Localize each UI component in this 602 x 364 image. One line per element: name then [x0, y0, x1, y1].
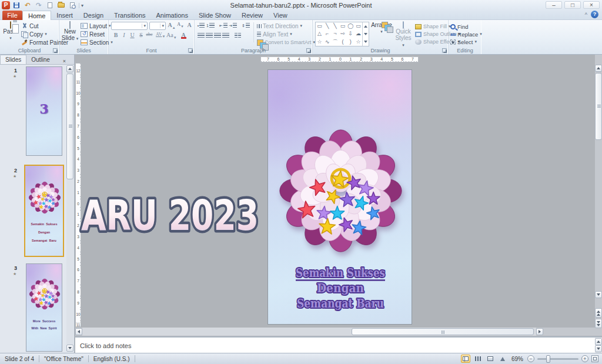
shape-glyph[interactable]: ╲ [323, 22, 331, 30]
zoom-slider[interactable] [537, 358, 578, 360]
select-button[interactable]: Select▾ [450, 38, 477, 46]
undo-button[interactable]: ↶ [23, 1, 32, 10]
cut-button[interactable]: Cut [21, 22, 39, 30]
minimize-ribbon-button[interactable]: ^ [585, 12, 587, 18]
section-button[interactable]: Section▾ [81, 38, 113, 46]
close-panel-icon[interactable]: × [63, 58, 66, 64]
tab-design[interactable]: Design [78, 11, 109, 20]
reading-view-button[interactable] [486, 355, 495, 363]
slides-tab[interactable]: Slides [0, 55, 26, 64]
arrange-button[interactable]: Arrange▾ [370, 22, 393, 35]
slideshow-view-button[interactable] [498, 355, 507, 363]
shapes-gallery[interactable]: ▭╲╲▭◯▭△⌐¬⇨⇩☁☆∿⌒()☆ [315, 22, 369, 46]
strikethrough-button[interactable]: S [137, 32, 145, 40]
notes-scroll-down[interactable] [595, 345, 602, 352]
shape-glyph[interactable]: ⌐ [323, 30, 331, 38]
layout-button[interactable]: Layout▾ [81, 22, 111, 30]
notes-placeholder[interactable]: Click to add notes [80, 342, 131, 349]
font-name-combo[interactable]: ▾ [111, 22, 148, 30]
shape-glyph[interactable]: ⇩ [347, 30, 354, 38]
align-text-button[interactable]: Align Text▾ [257, 30, 292, 38]
tab-review[interactable]: Review [236, 11, 268, 20]
character-spacing-button[interactable]: AV▼ [156, 32, 164, 40]
minimize-button[interactable]: – [546, 1, 562, 9]
help-button[interactable]: ? [591, 11, 598, 18]
previous-slide-button[interactable] [595, 308, 602, 318]
font-dialog-launcher[interactable] [188, 48, 193, 53]
reset-button[interactable]: ↺Reset [81, 30, 105, 38]
theme-name[interactable]: "Office Theme" [39, 356, 88, 362]
slide-thumbnail-3[interactable]: More Success With New Spirit [26, 263, 62, 352]
grow-font-button[interactable]: A▲ [168, 22, 176, 30]
shape-glyph[interactable]: ⇨ [339, 30, 347, 38]
align-center-button[interactable] [205, 32, 213, 39]
panel-scrollbar[interactable] [66, 65, 73, 352]
shapes-scroll-down[interactable] [363, 30, 369, 38]
shapes-scroll-up[interactable] [363, 22, 369, 30]
print-preview-button[interactable] [68, 1, 77, 10]
shape-glyph[interactable]: ▭ [316, 22, 323, 30]
scroll-up-button[interactable] [595, 65, 602, 72]
outline-tab[interactable]: Outline [26, 55, 55, 64]
save-button[interactable] [12, 1, 21, 10]
shape-glyph[interactable]: ☆ [316, 38, 323, 46]
notes-pane[interactable]: Click to add notes [75, 336, 602, 353]
shape-glyph[interactable]: ) [347, 38, 354, 46]
shape-glyph[interactable]: △ [316, 30, 323, 38]
new-slide-button[interactable]: New Slide ▾ [61, 22, 79, 42]
zoom-slider-thumb[interactable] [546, 355, 550, 363]
shrink-font-button[interactable]: A▼ [176, 22, 185, 30]
font-size-combo[interactable]: ▾ [149, 22, 166, 30]
decrease-indent-button[interactable]: ⇤ [219, 22, 228, 29]
tab-animations[interactable]: Animations [151, 11, 193, 20]
h-scroll-thumb[interactable] [352, 328, 534, 335]
text-direction-button[interactable]: Text Direction▾ [257, 22, 302, 30]
v-scroll-thumb[interactable] [595, 73, 602, 140]
file-tab[interactable]: File [2, 11, 22, 20]
quick-styles-button[interactable]: Quick Styles ▾ [394, 22, 413, 48]
align-right-button[interactable] [213, 32, 222, 39]
columns-button[interactable] [233, 32, 242, 39]
replace-button[interactable]: abReplace▾ [450, 30, 482, 38]
paragraph-dialog-launcher[interactable] [306, 48, 311, 53]
justify-button[interactable] [222, 32, 230, 39]
shapes-gallery-scroll[interactable] [362, 22, 369, 46]
tab-view[interactable]: View [268, 11, 293, 20]
notes-scroll-up[interactable] [595, 338, 602, 345]
numbering-button[interactable]: 1 [206, 22, 215, 29]
shape-glyph[interactable]: ⌒ [331, 38, 339, 46]
shape-fill-button[interactable]: Shape Fill▾ [415, 22, 451, 31]
tab-slideshow[interactable]: Slide Show [193, 11, 236, 20]
shape-glyph[interactable]: ☁ [354, 30, 362, 38]
slide-canvas[interactable]: Semakin Sukses Dengan Semangat Baru Sema… [267, 69, 412, 325]
language-indicator[interactable]: English (U.S.) [89, 356, 135, 362]
shape-glyph[interactable]: ▭ [354, 22, 362, 30]
line-spacing-button[interactable]: ⇕ [242, 22, 250, 29]
slide-thumbnail-1[interactable]: 3 [26, 66, 62, 156]
find-button[interactable]: Find [450, 22, 468, 31]
normal-view-button[interactable] [461, 355, 470, 363]
shape-glyph[interactable]: ¬ [331, 30, 339, 38]
increase-indent-button[interactable]: ⇥ [229, 22, 237, 29]
slide-title-text[interactable]: Semakin Sukses Dengan Semangat Baru Sema… [268, 264, 413, 320]
horizontal-scrollbar[interactable] [75, 328, 595, 336]
change-case-button[interactable]: Aa▼ [166, 32, 175, 40]
shape-icons[interactable]: ▭╲╲▭◯▭△⌐¬⇨⇩☁☆∿⌒()☆ [316, 22, 362, 46]
clipboard-dialog-launcher[interactable] [53, 48, 58, 53]
zoom-out-button[interactable]: − [527, 355, 534, 362]
close-button[interactable]: × [583, 1, 600, 9]
italic-button[interactable]: I [120, 32, 128, 40]
panel-scroll-thumb[interactable] [66, 74, 73, 179]
panel-scroll-down[interactable] [66, 345, 73, 352]
vertical-scrollbar[interactable] [595, 55, 602, 336]
maximize-button[interactable]: □ [564, 1, 581, 9]
copy-button[interactable]: Copy▾ [21, 30, 47, 38]
shape-glyph[interactable]: ☆ [354, 38, 362, 46]
convert-smartart-button[interactable]: Convert to SmartArt▾ [257, 38, 315, 46]
tab-insert[interactable]: Insert [51, 11, 78, 20]
tab-transitions[interactable]: Transitions [109, 11, 150, 20]
tab-home[interactable]: Home [22, 11, 51, 20]
shape-glyph[interactable]: ∿ [323, 38, 331, 46]
bullets-button[interactable]: • [197, 22, 205, 29]
redo-button[interactable]: ↷ [34, 1, 44, 10]
